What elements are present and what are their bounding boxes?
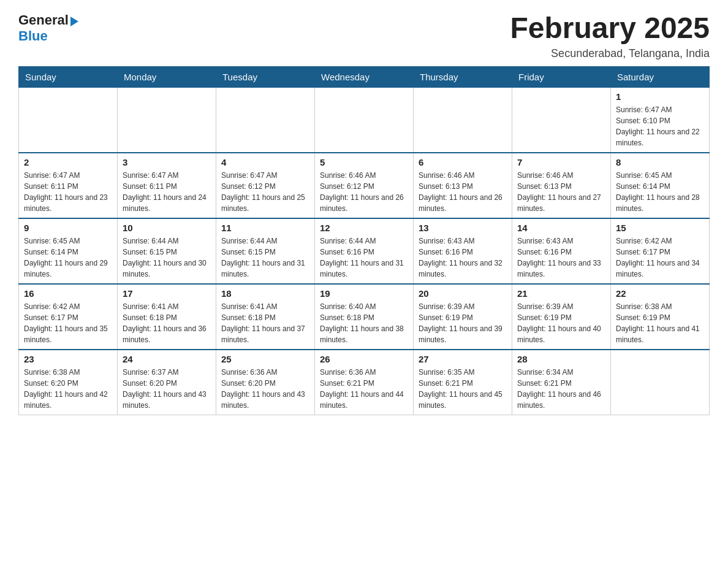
day-number: 20 <box>419 288 507 299</box>
logo: General Blue <box>18 12 78 44</box>
weekday-header-friday: Friday <box>512 66 611 87</box>
calendar-cell: 13Sunrise: 6:43 AMSunset: 6:16 PMDayligh… <box>414 218 512 284</box>
day-info: Sunrise: 6:45 AMSunset: 6:14 PMDaylight:… <box>616 170 704 214</box>
calendar-week-1: 1Sunrise: 6:47 AMSunset: 6:10 PMDaylight… <box>19 87 710 153</box>
day-info: Sunrise: 6:43 AMSunset: 6:16 PMDaylight:… <box>517 236 605 280</box>
calendar-cell <box>19 87 118 153</box>
calendar-cell: 4Sunrise: 6:47 AMSunset: 6:12 PMDaylight… <box>216 153 315 218</box>
day-info: Sunrise: 6:44 AMSunset: 6:16 PMDaylight:… <box>320 236 408 280</box>
day-info: Sunrise: 6:46 AMSunset: 6:12 PMDaylight:… <box>320 170 408 214</box>
calendar-cell: 21Sunrise: 6:39 AMSunset: 6:19 PMDayligh… <box>512 284 611 350</box>
day-number: 3 <box>123 157 211 167</box>
calendar-cell: 10Sunrise: 6:44 AMSunset: 6:15 PMDayligh… <box>118 218 216 284</box>
calendar-cell: 20Sunrise: 6:39 AMSunset: 6:19 PMDayligh… <box>414 284 512 350</box>
day-number: 24 <box>123 354 211 364</box>
day-info: Sunrise: 6:44 AMSunset: 6:15 PMDaylight:… <box>123 236 211 280</box>
logo-blue-text: Blue <box>18 28 48 44</box>
day-number: 6 <box>419 157 507 167</box>
day-info: Sunrise: 6:47 AMSunset: 6:10 PMDaylight:… <box>616 104 704 148</box>
calendar-table: SundayMondayTuesdayWednesdayThursdayFrid… <box>18 66 710 415</box>
day-info: Sunrise: 6:46 AMSunset: 6:13 PMDaylight:… <box>419 170 507 214</box>
day-info: Sunrise: 6:42 AMSunset: 6:17 PMDaylight:… <box>616 236 704 280</box>
day-info: Sunrise: 6:47 AMSunset: 6:12 PMDaylight:… <box>221 170 309 214</box>
calendar-cell: 3Sunrise: 6:47 AMSunset: 6:11 PMDaylight… <box>118 153 216 218</box>
calendar-cell: 25Sunrise: 6:36 AMSunset: 6:20 PMDayligh… <box>216 350 315 415</box>
day-number: 11 <box>221 223 309 233</box>
day-number: 7 <box>517 157 605 167</box>
day-info: Sunrise: 6:47 AMSunset: 6:11 PMDaylight:… <box>123 170 211 214</box>
day-number: 17 <box>123 288 211 299</box>
calendar-cell: 6Sunrise: 6:46 AMSunset: 6:13 PMDaylight… <box>414 153 512 218</box>
day-info: Sunrise: 6:38 AMSunset: 6:20 PMDaylight:… <box>24 367 112 411</box>
day-number: 12 <box>320 223 408 233</box>
weekday-header-tuesday: Tuesday <box>216 66 315 87</box>
calendar-cell: 16Sunrise: 6:42 AMSunset: 6:17 PMDayligh… <box>19 284 118 350</box>
day-number: 5 <box>320 157 408 167</box>
calendar-cell <box>315 87 414 153</box>
day-number: 16 <box>24 288 112 299</box>
day-info: Sunrise: 6:39 AMSunset: 6:19 PMDaylight:… <box>517 301 605 345</box>
logo-chevron-icon <box>70 17 78 26</box>
day-number: 8 <box>616 157 704 167</box>
day-info: Sunrise: 6:38 AMSunset: 6:19 PMDaylight:… <box>616 301 704 345</box>
calendar-cell: 24Sunrise: 6:37 AMSunset: 6:20 PMDayligh… <box>118 350 216 415</box>
day-info: Sunrise: 6:47 AMSunset: 6:11 PMDaylight:… <box>24 170 112 214</box>
calendar-cell: 28Sunrise: 6:34 AMSunset: 6:21 PMDayligh… <box>512 350 611 415</box>
calendar-cell: 1Sunrise: 6:47 AMSunset: 6:10 PMDaylight… <box>611 87 710 153</box>
day-number: 4 <box>221 157 309 167</box>
weekday-header-thursday: Thursday <box>414 66 512 87</box>
day-info: Sunrise: 6:41 AMSunset: 6:18 PMDaylight:… <box>221 301 309 345</box>
weekday-header-sunday: Sunday <box>19 66 118 87</box>
weekday-header-saturday: Saturday <box>611 66 710 87</box>
day-info: Sunrise: 6:40 AMSunset: 6:18 PMDaylight:… <box>320 301 408 345</box>
day-number: 23 <box>24 354 112 364</box>
day-number: 10 <box>123 223 211 233</box>
calendar-week-5: 23Sunrise: 6:38 AMSunset: 6:20 PMDayligh… <box>19 350 710 415</box>
calendar-cell: 8Sunrise: 6:45 AMSunset: 6:14 PMDaylight… <box>611 153 710 218</box>
day-info: Sunrise: 6:41 AMSunset: 6:18 PMDaylight:… <box>123 301 211 345</box>
day-info: Sunrise: 6:35 AMSunset: 6:21 PMDaylight:… <box>419 367 507 411</box>
day-info: Sunrise: 6:45 AMSunset: 6:14 PMDaylight:… <box>24 236 112 280</box>
title-area: February 2025 Secunderabad, Telangana, I… <box>510 12 710 60</box>
calendar-cell: 18Sunrise: 6:41 AMSunset: 6:18 PMDayligh… <box>216 284 315 350</box>
calendar-week-4: 16Sunrise: 6:42 AMSunset: 6:17 PMDayligh… <box>19 284 710 350</box>
calendar-cell: 7Sunrise: 6:46 AMSunset: 6:13 PMDaylight… <box>512 153 611 218</box>
page-title: February 2025 <box>510 12 710 45</box>
day-number: 19 <box>320 288 408 299</box>
calendar-cell: 2Sunrise: 6:47 AMSunset: 6:11 PMDaylight… <box>19 153 118 218</box>
day-number: 27 <box>419 354 507 364</box>
day-number: 2 <box>24 157 112 167</box>
day-info: Sunrise: 6:36 AMSunset: 6:21 PMDaylight:… <box>320 367 408 411</box>
day-number: 15 <box>616 223 704 233</box>
day-number: 18 <box>221 288 309 299</box>
calendar-cell: 14Sunrise: 6:43 AMSunset: 6:16 PMDayligh… <box>512 218 611 284</box>
calendar-cell: 9Sunrise: 6:45 AMSunset: 6:14 PMDaylight… <box>19 218 118 284</box>
calendar-cell <box>414 87 512 153</box>
calendar-cell: 19Sunrise: 6:40 AMSunset: 6:18 PMDayligh… <box>315 284 414 350</box>
calendar-week-3: 9Sunrise: 6:45 AMSunset: 6:14 PMDaylight… <box>19 218 710 284</box>
weekday-header-wednesday: Wednesday <box>315 66 414 87</box>
day-info: Sunrise: 6:36 AMSunset: 6:20 PMDaylight:… <box>221 367 309 411</box>
calendar-cell: 15Sunrise: 6:42 AMSunset: 6:17 PMDayligh… <box>611 218 710 284</box>
day-number: 9 <box>24 223 112 233</box>
day-info: Sunrise: 6:37 AMSunset: 6:20 PMDaylight:… <box>123 367 211 411</box>
day-number: 28 <box>517 354 605 364</box>
day-info: Sunrise: 6:42 AMSunset: 6:17 PMDaylight:… <box>24 301 112 345</box>
calendar-cell: 5Sunrise: 6:46 AMSunset: 6:12 PMDaylight… <box>315 153 414 218</box>
day-number: 22 <box>616 288 704 299</box>
day-info: Sunrise: 6:44 AMSunset: 6:15 PMDaylight:… <box>221 236 309 280</box>
day-info: Sunrise: 6:43 AMSunset: 6:16 PMDaylight:… <box>419 236 507 280</box>
calendar-cell: 12Sunrise: 6:44 AMSunset: 6:16 PMDayligh… <box>315 218 414 284</box>
day-info: Sunrise: 6:34 AMSunset: 6:21 PMDaylight:… <box>517 367 605 411</box>
calendar-cell <box>611 350 710 415</box>
header: General Blue February 2025 Secunderabad,… <box>18 12 710 60</box>
logo-general-text: General <box>18 12 69 28</box>
day-number: 13 <box>419 223 507 233</box>
page-subtitle: Secunderabad, Telangana, India <box>510 47 710 60</box>
calendar-cell <box>216 87 315 153</box>
day-number: 1 <box>616 91 704 102</box>
calendar-cell: 22Sunrise: 6:38 AMSunset: 6:19 PMDayligh… <box>611 284 710 350</box>
calendar-cell: 11Sunrise: 6:44 AMSunset: 6:15 PMDayligh… <box>216 218 315 284</box>
calendar-week-2: 2Sunrise: 6:47 AMSunset: 6:11 PMDaylight… <box>19 153 710 218</box>
day-number: 26 <box>320 354 408 364</box>
